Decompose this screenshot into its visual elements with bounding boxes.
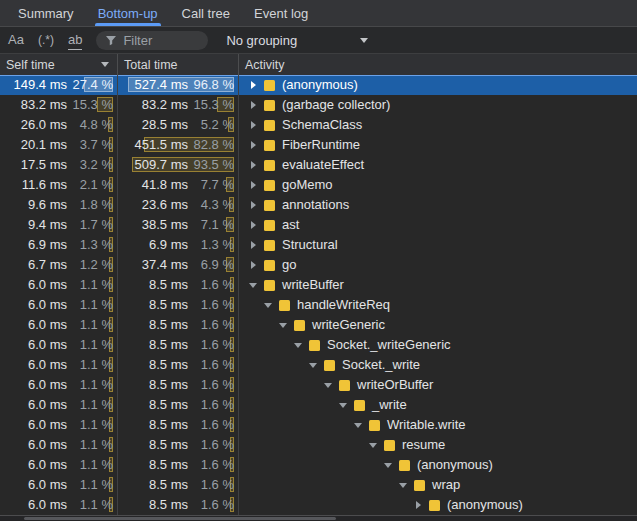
- chevron-down-icon[interactable]: [337, 403, 349, 408]
- function-icon: [414, 480, 425, 491]
- activity-cell: (anonymous): [239, 75, 637, 95]
- activity-cell: FiberRuntime: [239, 135, 637, 155]
- chevron-down-icon[interactable]: [352, 423, 364, 428]
- time-value: 17.5 ms: [21, 155, 67, 175]
- column-header-total-time[interactable]: Total time: [118, 54, 239, 75]
- table-row[interactable]: 6.0 ms1.1 %8.5 ms1.6 %Socket._writeGener…: [0, 335, 637, 355]
- tab-summary[interactable]: Summary: [9, 0, 83, 26]
- time-percent: 4.3 %: [188, 195, 234, 215]
- activity-label: _write: [372, 395, 407, 415]
- total-time-cell: 8.5 ms1.6 %: [118, 355, 239, 375]
- table-row[interactable]: 149.4 ms27.4 %527.4 ms96.8 %(anonymous): [0, 75, 637, 95]
- chevron-right-icon[interactable]: [247, 101, 259, 109]
- regex-toggle[interactable]: (.*): [38, 31, 54, 49]
- table-row[interactable]: 6.0 ms1.1 %8.5 ms1.6 %Socket._write: [0, 355, 637, 375]
- chevron-down-icon[interactable]: [367, 443, 379, 448]
- chevron-down-icon[interactable]: [292, 343, 304, 348]
- table-row[interactable]: 6.0 ms1.1 %8.5 ms1.6 %_write: [0, 395, 637, 415]
- scrollbar-thumb[interactable]: [24, 517, 336, 520]
- total-time-cell: 8.5 ms1.6 %: [118, 275, 239, 295]
- chevron-right-icon[interactable]: [247, 241, 259, 249]
- total-time-cell: 83.2 ms15.3 %: [118, 95, 239, 115]
- total-time-cell: 8.5 ms1.6 %: [118, 335, 239, 355]
- activity-label: FiberRuntime: [282, 135, 360, 155]
- chevron-right-icon[interactable]: [247, 121, 259, 129]
- column-header-self-time[interactable]: Self time: [0, 54, 118, 75]
- time-percent: 1.1 %: [67, 275, 113, 295]
- time-value: 6.0 ms: [28, 475, 67, 495]
- filter-input[interactable]: Filter: [96, 31, 208, 50]
- self-time-cell: 6.0 ms1.1 %: [0, 295, 118, 315]
- horizontal-scrollbar[interactable]: [0, 515, 637, 521]
- grid-header: Self time Total time Activity: [0, 54, 637, 75]
- table-row[interactable]: 20.1 ms3.7 %451.5 ms82.8 %FiberRuntime: [0, 135, 637, 155]
- table-row[interactable]: 6.0 ms1.1 %8.5 ms1.6 %writeOrBuffer: [0, 375, 637, 395]
- table-row[interactable]: 11.6 ms2.1 %41.8 ms7.7 %goMemo: [0, 175, 637, 195]
- self-time-cell: 6.0 ms1.1 %: [0, 455, 118, 475]
- self-time-cell: 6.0 ms1.1 %: [0, 415, 118, 435]
- chevron-right-icon[interactable]: [247, 261, 259, 269]
- table-row[interactable]: 6.7 ms1.2 %37.4 ms6.9 %go: [0, 255, 637, 275]
- chevron-right-icon[interactable]: [247, 221, 259, 229]
- table-row[interactable]: 6.0 ms1.1 %8.5 ms1.6 %writeGeneric: [0, 315, 637, 335]
- time-value: 6.0 ms: [28, 275, 67, 295]
- time-percent: 1.1 %: [67, 315, 113, 335]
- table-row[interactable]: 6.0 ms1.1 %8.5 ms1.6 %(anonymous): [0, 455, 637, 475]
- table-row[interactable]: 17.5 ms3.2 %509.7 ms93.5 %evaluateEffect: [0, 155, 637, 175]
- chevron-down-icon[interactable]: [277, 323, 289, 328]
- activity-cell: goMemo: [239, 175, 637, 195]
- time-value: 509.7 ms: [135, 155, 188, 175]
- time-percent: 7.1 %: [188, 215, 234, 235]
- table-row[interactable]: 6.0 ms1.1 %8.5 ms1.6 %writeBuffer: [0, 275, 637, 295]
- table-row[interactable]: 9.6 ms1.8 %23.6 ms4.3 %annotations: [0, 195, 637, 215]
- time-percent: 1.1 %: [67, 415, 113, 435]
- time-value: 8.5 ms: [149, 375, 188, 395]
- table-row[interactable]: 6.0 ms1.1 %8.5 ms1.6 %wrap: [0, 475, 637, 495]
- function-icon: [369, 420, 380, 431]
- activity-label: resume: [402, 435, 445, 455]
- grouping-select[interactable]: No grouping: [222, 33, 372, 48]
- time-value: 6.0 ms: [28, 435, 67, 455]
- time-percent: 1.1 %: [67, 435, 113, 455]
- table-row[interactable]: 6.9 ms1.3 %6.9 ms1.3 %Structural: [0, 235, 637, 255]
- table-row[interactable]: 9.4 ms1.7 %38.5 ms7.1 %ast: [0, 215, 637, 235]
- column-header-activity[interactable]: Activity: [239, 54, 637, 75]
- function-icon: [399, 460, 410, 471]
- table-row[interactable]: 83.2 ms15.3 %83.2 ms15.3 %(garbage colle…: [0, 95, 637, 115]
- total-time-cell: 23.6 ms4.3 %: [118, 195, 239, 215]
- time-percent: 1.6 %: [188, 295, 234, 315]
- time-value: 9.4 ms: [28, 215, 67, 235]
- chevron-down-icon[interactable]: [262, 303, 274, 308]
- table-row[interactable]: 6.0 ms1.1 %8.5 ms1.6 %Writable.write: [0, 415, 637, 435]
- table-row[interactable]: 26.0 ms4.8 %28.5 ms5.2 %SchemaClass: [0, 115, 637, 135]
- time-value: 8.5 ms: [149, 435, 188, 455]
- chevron-right-icon[interactable]: [247, 201, 259, 209]
- chevron-down-icon[interactable]: [307, 363, 319, 368]
- chevron-right-icon[interactable]: [412, 501, 424, 509]
- time-percent: 1.1 %: [67, 375, 113, 395]
- chevron-down-icon[interactable]: [322, 383, 334, 388]
- tab-call-tree[interactable]: Call tree: [173, 0, 239, 26]
- match-case-toggle[interactable]: Aa: [8, 31, 24, 49]
- filter-funnel-icon: [105, 34, 117, 46]
- chevron-right-icon[interactable]: [247, 141, 259, 149]
- tab-bottom-up[interactable]: Bottom-up: [89, 0, 167, 26]
- table-row[interactable]: 6.0 ms1.1 %8.5 ms1.6 %(anonymous): [0, 495, 637, 515]
- time-value: 20.1 ms: [21, 135, 67, 155]
- chevron-right-icon[interactable]: [247, 161, 259, 169]
- time-percent: 1.6 %: [188, 455, 234, 475]
- time-percent: 1.6 %: [188, 275, 234, 295]
- tab-event-log[interactable]: Event log: [245, 0, 317, 26]
- table-row[interactable]: 6.0 ms1.1 %8.5 ms1.6 %resume: [0, 435, 637, 455]
- chevron-right-icon[interactable]: [247, 181, 259, 189]
- time-percent: 82.8 %: [188, 135, 234, 155]
- whole-word-toggle[interactable]: ab: [68, 31, 82, 50]
- table-row[interactable]: 6.0 ms1.1 %8.5 ms1.6 %handleWriteReq: [0, 295, 637, 315]
- chevron-down-icon[interactable]: [247, 283, 259, 288]
- chevron-down-icon[interactable]: [382, 463, 394, 468]
- chevron-right-icon[interactable]: [247, 81, 259, 89]
- total-time-cell: 509.7 ms93.5 %: [118, 155, 239, 175]
- time-value: 451.5 ms: [135, 135, 188, 155]
- chevron-down-icon[interactable]: [397, 483, 409, 488]
- time-percent: 3.2 %: [67, 155, 113, 175]
